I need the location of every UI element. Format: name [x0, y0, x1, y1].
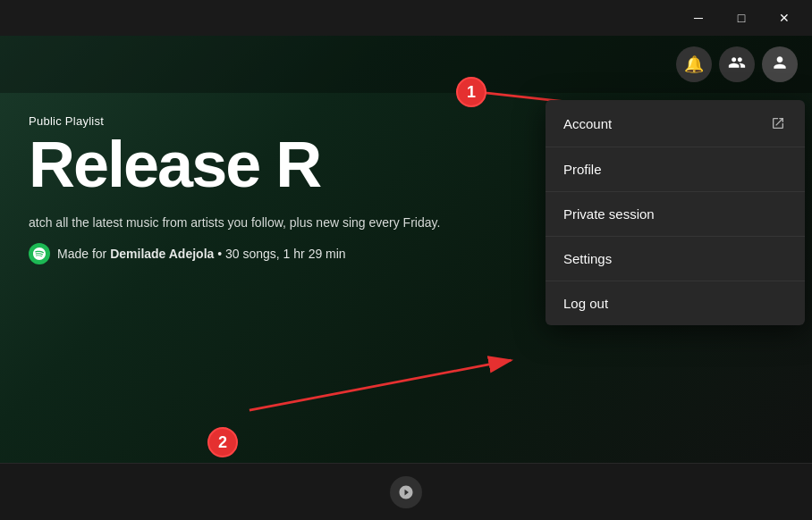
bottom-btn-1[interactable]	[390, 476, 422, 508]
made-for-label: Made for Demilade Adejola • 30 songs, 1 …	[57, 247, 346, 261]
dropdown-item-profile[interactable]: Profile	[546, 147, 805, 192]
dropdown-item-private-session[interactable]: Private session	[546, 192, 805, 237]
dropdown-item-settings[interactable]: Settings	[546, 237, 805, 281]
minimize-button[interactable]: ─	[678, 4, 719, 32]
app-window: ─ □ ✕ 🔔	[0, 0, 812, 520]
spotify-header: 🔔	[0, 36, 812, 93]
friend-icon	[728, 54, 746, 76]
external-link-icon	[769, 114, 787, 132]
maximize-button[interactable]: □	[721, 4, 762, 32]
annotation-1: 1	[456, 77, 486, 107]
notifications-button[interactable]: 🔔	[676, 46, 712, 82]
private-session-label: Private session	[563, 206, 655, 222]
bell-icon: 🔔	[684, 55, 704, 74]
title-bar: ─ □ ✕	[0, 0, 812, 36]
close-button[interactable]: ✕	[764, 4, 805, 32]
profile-label: Profile	[563, 162, 602, 177]
dropdown-item-account[interactable]: Account	[546, 100, 805, 147]
spotify-logo	[29, 243, 50, 264]
dropdown-menu: Account Profile Private session Settings…	[546, 100, 805, 325]
user-icon	[771, 54, 789, 76]
friends-button[interactable]	[719, 46, 755, 82]
account-label: Account	[563, 116, 612, 131]
creator-name: Demilade Adejola	[110, 247, 214, 261]
dropdown-item-logout[interactable]: Log out	[546, 281, 805, 325]
header-icons: 🔔	[676, 46, 798, 82]
title-bar-controls: ─ □ ✕	[678, 4, 805, 32]
annotation-2: 2	[207, 427, 238, 457]
logout-label: Log out	[563, 296, 608, 311]
bottom-bar	[0, 463, 812, 520]
main-content: 🔔	[0, 36, 812, 520]
songs-count: 30 songs, 1 hr 29 min	[225, 247, 346, 261]
user-profile-button[interactable]	[762, 46, 798, 82]
settings-label: Settings	[563, 251, 612, 266]
playlist-description: atch all the latest music from artists y…	[29, 214, 494, 232]
